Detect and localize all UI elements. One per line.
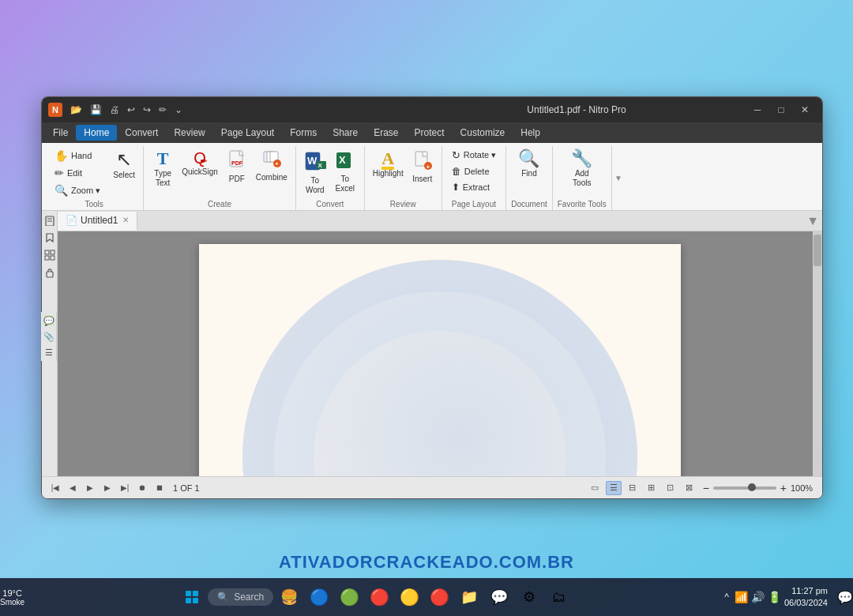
menu-customize[interactable]: Customize [453,125,513,141]
system-clock[interactable]: 11:27 pm 06/03/2024 [784,585,831,610]
combine-button[interactable]: + Combine [253,148,291,185]
tray-chevron[interactable]: ^ [722,592,731,603]
view-fit-width[interactable]: ⊠ [682,481,697,495]
zoom-in-button[interactable]: + [778,482,789,494]
attachment-icon[interactable]: 📎 [43,331,54,342]
document-buttons: 🔍 Find [515,148,543,198]
taskbar-icon-app[interactable]: 🗂 [545,583,573,611]
close-button[interactable]: ✕ [794,102,816,118]
taskbar-icon-chrome4[interactable]: 🟡 [395,583,423,611]
taskbar-search[interactable]: 🔍 Search [208,588,273,606]
watermark-text: ATIVADORCRACKEADO.COM.BR [279,552,574,573]
panel-lock-icon[interactable] [43,266,56,279]
nav-last-button[interactable]: ▶| [118,481,132,495]
view-continuous[interactable]: ☰ [606,481,622,495]
delete-button[interactable]: 🗑 Delete [447,164,501,178]
tabs-scroll-right[interactable]: ▼ [803,214,822,228]
menu-convert[interactable]: Convert [117,125,166,141]
taskbar-icon-chrome2[interactable]: 🟢 [335,583,363,611]
insert-label: Insert [412,175,432,184]
nav-record-button[interactable]: ⏺ [135,481,149,495]
maximize-button[interactable]: □ [770,102,792,118]
hand-tool-button[interactable]: ✋ Hand [50,148,105,163]
panel-pages-icon[interactable] [43,214,56,227]
add-tools-button[interactable]: 🔧 AddTools [568,148,596,190]
zoom-label: Zoom ▾ [71,186,100,196]
highlight-button[interactable]: A Highlight [370,148,407,181]
quicksign-button[interactable]: Q ✒ QuickSign [178,148,221,179]
weather-condition: Smoke [0,598,24,607]
wifi-icon: 📶 [735,591,748,603]
notification-icon[interactable]: 💬 [834,590,853,605]
taskbar-icon-files[interactable]: 🍔 [275,583,303,611]
zoom-thumb[interactable] [748,483,756,491]
to-excel-button[interactable]: X ToExcel [331,148,359,196]
menu-review[interactable]: Review [166,125,212,141]
zoom-out-button[interactable]: − [701,482,712,494]
tab-close-button[interactable]: ✕ [122,216,129,224]
save-button[interactable]: 💾 [87,103,105,117]
view-grid[interactable]: ⊞ [644,481,659,495]
menu-page-layout[interactable]: Page Layout [213,125,282,141]
pdf-label: PDF [229,175,245,184]
rotate-button[interactable]: ↻ Rotate ▾ [447,148,501,163]
menu-help[interactable]: Help [513,125,548,141]
nav-play-button[interactable]: ▶ [83,481,97,495]
menu-share[interactable]: Share [325,125,366,141]
menu-file[interactable]: File [45,125,76,141]
menu-forms[interactable]: Forms [282,125,325,141]
undo-button[interactable]: ↩ [124,103,138,117]
customize-quick-access[interactable]: ⌄ [171,103,186,117]
vertical-scrollbar[interactable] [813,231,822,476]
view-two-page[interactable]: ⊟ [625,481,641,495]
system-tray: ^ 📶 🔊 🔋 11:27 pm 06/03/2024 💬 [722,585,853,610]
comment-icon[interactable]: 💬 [43,315,54,326]
type-text-icon: T [157,150,169,167]
document-scroll-area[interactable] [58,231,822,476]
nav-next-button[interactable]: ▶ [100,481,115,495]
svg-rect-20 [51,250,54,254]
marker-button[interactable]: ✏ [156,103,170,117]
nav-prev-button[interactable]: ◀ [66,481,80,495]
ribbon-scroll-right[interactable]: ▼ [612,150,625,207]
find-button[interactable]: 🔍 Find [515,148,543,181]
combine-label: Combine [256,173,287,182]
list-icon[interactable]: ☰ [43,347,54,358]
zoom-slider[interactable] [713,486,776,490]
to-excel-icon: X [335,150,355,173]
extract-button[interactable]: ⬆ Extract [447,180,501,194]
start-button[interactable] [178,583,206,611]
zoom-tool-button[interactable]: 🔍 Zoom ▾ [50,182,105,198]
document-tab-untitled1[interactable]: 📄 Untitled1 ✕ [58,212,137,231]
menu-home[interactable]: Home [76,125,117,141]
select-tool-button[interactable]: ↖ Select [110,148,138,182]
taskbar-icon-whatsapp[interactable]: 💬 [485,583,513,611]
taskbar-icon-chrome5[interactable]: 🔴 [425,583,453,611]
type-text-button[interactable]: T TypeText [148,148,177,190]
open-button[interactable]: 📂 [67,103,85,117]
taskbar-icon-folder[interactable]: 📁 [455,583,483,611]
pdf-button[interactable]: PDF PDF [223,148,251,186]
quick-access-toolbar: 📂 💾 🖨 ↩ ↪ ✏ ⌄ [67,103,407,117]
scrollbar-thumb[interactable] [814,235,821,266]
view-fit[interactable]: ⊡ [663,481,678,495]
nav-first-button[interactable]: |◀ [48,481,62,495]
to-word-button[interactable]: W X ToWord [301,148,329,197]
print-button[interactable]: 🖨 [107,103,122,117]
svg-rect-23 [47,272,53,277]
view-single-page[interactable]: ▭ [587,481,603,495]
menu-erase[interactable]: Erase [366,125,406,141]
nav-stop-button[interactable]: ⏹ [152,481,167,495]
panel-thumbnails-icon[interactable] [43,249,56,261]
taskbar-icon-settings[interactable]: ⚙ [515,583,543,611]
taskbar-icon-chrome3[interactable]: 🔴 [365,583,393,611]
menu-protect[interactable]: Protect [407,125,453,141]
page-layout-group-label: Page Layout [452,198,496,208]
taskbar-icon-chrome1[interactable]: 🔵 [305,583,333,611]
highlight-label: Highlight [373,169,404,178]
redo-button[interactable]: ↪ [140,103,154,117]
edit-tool-button[interactable]: ✏ Edit [50,165,105,181]
insert-button[interactable]: + Insert [408,148,437,186]
minimize-button[interactable]: ─ [746,102,768,118]
panel-bookmarks-icon[interactable] [43,231,56,244]
